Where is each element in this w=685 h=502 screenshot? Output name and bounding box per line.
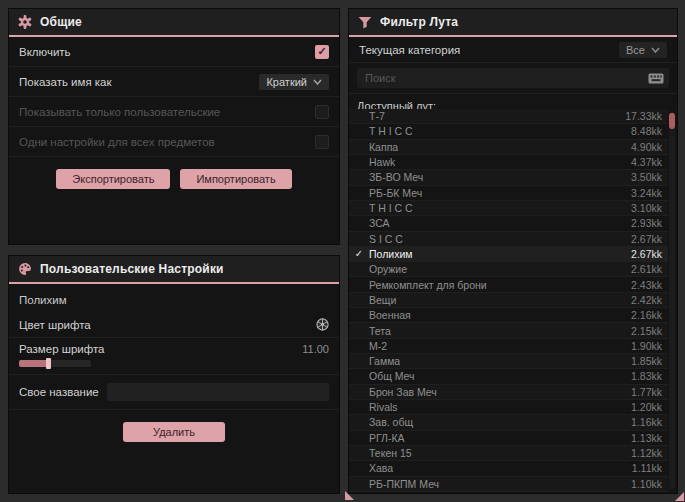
loot-name: Ремкомплект для брони — [369, 279, 631, 291]
category-combo[interactable]: Все — [619, 42, 667, 58]
loot-price: 2.42kk — [631, 294, 668, 306]
panel-loot-filter: Фильтр Лута Текущая категория Все — [348, 8, 678, 494]
single-settings-checkbox[interactable] — [315, 135, 329, 149]
loot-name: Военная — [369, 309, 631, 321]
loot-name: Брон Зав Меч — [369, 386, 631, 398]
loot-row[interactable]: Rivals 1.20kk — [349, 400, 668, 415]
loot-price: 8.48kk — [631, 125, 668, 137]
loot-price: 1.16kk — [631, 416, 668, 428]
search-input[interactable] — [365, 72, 642, 84]
font-size-value: 11.00 — [302, 343, 329, 355]
gear-icon — [18, 15, 32, 29]
panel-general-header[interactable]: Общие — [9, 9, 339, 35]
category-value: Все — [626, 44, 645, 56]
only-custom-checkbox[interactable] — [315, 105, 329, 119]
loot-row[interactable]: Текен 15 1.12kk — [349, 446, 668, 461]
loot-name: Тета — [369, 325, 631, 337]
loot-price: 3.50kk — [631, 171, 668, 183]
loot-row[interactable]: Общ Меч 1.83kk — [349, 369, 668, 384]
slider-handle[interactable] — [46, 358, 51, 369]
name-mode-combo[interactable]: Краткий — [259, 74, 329, 90]
loot-name: Вещи — [369, 294, 631, 306]
loot-name: Hawk — [369, 156, 631, 168]
loot-price: 2.16kk — [631, 309, 668, 321]
custom-name-input[interactable] — [107, 383, 329, 401]
font-size-row: Размер шрифта 11.00 — [9, 338, 339, 375]
loot-price: 1.12kk — [631, 447, 668, 459]
font-color-label: Цвет шрифта — [19, 319, 91, 331]
enable-checkbox[interactable]: ✓ — [315, 45, 329, 59]
loot-list: Т-7 17.33kk T H I C C 8.48kk Каппа 4.90k… — [349, 109, 668, 492]
loot-price: 2.61kk — [631, 263, 668, 275]
loot-name: ЗБ-ВО Меч — [369, 171, 631, 183]
panel-title-general: Общие — [40, 15, 82, 29]
loot-name: РБ-ПКПМ Меч — [369, 478, 631, 490]
loot-price: 2.43kk — [631, 279, 668, 291]
loot-row[interactable]: РГЛ-КА 1.13kk — [349, 431, 668, 446]
loot-price: 3.24kk — [631, 187, 668, 199]
loot-row[interactable]: Каппа 4.90kk — [349, 140, 668, 155]
loot-name: Rivals — [369, 401, 631, 413]
loot-row[interactable]: S I C C 2.67kk — [349, 232, 668, 247]
loot-name: Зав. общ — [369, 416, 631, 428]
loot-row[interactable]: ЗСА 2.93kk — [349, 216, 668, 231]
loot-name: РГЛ-КА — [369, 432, 631, 444]
panel-title-filter: Фильтр Лута — [380, 15, 458, 29]
custom-name-label: Свое название — [19, 386, 99, 398]
loot-price: 1.77kk — [631, 386, 668, 398]
loot-row[interactable]: РБ-ПКПМ Меч 1.10kk — [349, 477, 668, 492]
import-button[interactable]: Импортировать — [180, 169, 291, 189]
scrollbar-thumb[interactable] — [669, 113, 675, 129]
loot-row[interactable]: ✓ Полихим 2.67kk — [349, 247, 668, 262]
font-size-label: Размер шрифта — [19, 343, 105, 355]
loot-price: 1.11kk — [632, 462, 668, 474]
loot-name: ЗСА — [369, 217, 631, 229]
loot-row[interactable]: Зав. общ 1.16kk — [349, 415, 668, 430]
loot-row[interactable]: Тета 2.15kk — [349, 323, 668, 338]
loot-name: S I C C — [369, 233, 631, 245]
loot-row[interactable]: Т-7 17.33kk — [349, 109, 668, 124]
delete-button[interactable]: Удалить — [123, 422, 225, 442]
loot-price: 2.67kk — [631, 248, 668, 260]
loot-price: 1.90kk — [631, 340, 668, 352]
custom-name-row: Свое название — [9, 375, 339, 410]
loot-row[interactable]: Оружие 2.61kk — [349, 262, 668, 277]
search-box — [357, 68, 669, 88]
chevron-down-icon — [651, 47, 660, 53]
loot-name: Полихим — [369, 248, 631, 260]
only-custom-label: Показывать только пользовательские — [19, 106, 220, 118]
loot-row[interactable]: Гамма 1.85kk — [349, 354, 668, 369]
loot-price: 2.93kk — [631, 217, 668, 229]
loot-row[interactable]: РБ-БК Меч 3.24kk — [349, 186, 668, 201]
enable-row[interactable]: Включить ✓ — [9, 37, 339, 67]
loot-name: РБ-БК Меч — [369, 187, 631, 199]
loot-row[interactable]: Вещи 2.42kk — [349, 293, 668, 308]
panel-custom-header[interactable]: Пользовательские Настройки — [9, 256, 339, 282]
loot-row[interactable]: ЗБ-ВО Меч 3.50kk — [349, 170, 668, 185]
loot-price: 1.20kk — [631, 401, 668, 413]
keyboard-icon[interactable] — [648, 73, 664, 84]
loot-row[interactable]: T H I C C 3.10kk — [349, 201, 668, 216]
loot-price: 2.15kk — [631, 325, 668, 337]
loot-price: 17.33kk — [625, 110, 668, 122]
loot-row[interactable]: T H I C C 8.48kk — [349, 124, 668, 139]
loot-row[interactable]: Hawk 4.37kk — [349, 155, 668, 170]
loot-name: Оружие — [369, 263, 631, 275]
loot-price: 1.83kk — [631, 370, 668, 382]
loot-row[interactable]: Хава 1.11kk — [349, 461, 668, 476]
selected-item-name: Полихим — [9, 284, 339, 312]
panel-title-custom: Пользовательские Настройки — [40, 262, 224, 276]
font-color-row[interactable]: Цвет шрифта — [9, 312, 339, 338]
panel-filter-header[interactable]: Фильтр Лута — [349, 9, 677, 35]
loot-row[interactable]: Ремкомплект для брони 2.43kk — [349, 277, 668, 292]
loot-scrollbar[interactable] — [669, 111, 675, 490]
loot-name: T H I C C — [369, 125, 631, 137]
color-wheel-icon[interactable] — [316, 318, 329, 331]
loot-row[interactable]: Брон Зав Меч 1.77kk — [349, 385, 668, 400]
export-button[interactable]: Экспортировать — [56, 169, 170, 189]
chevron-down-icon — [313, 79, 322, 85]
loot-name: T H I C C — [369, 202, 631, 214]
loot-row[interactable]: Военная 2.16kk — [349, 308, 668, 323]
font-size-slider[interactable] — [19, 360, 91, 367]
loot-row[interactable]: М-2 1.90kk — [349, 339, 668, 354]
